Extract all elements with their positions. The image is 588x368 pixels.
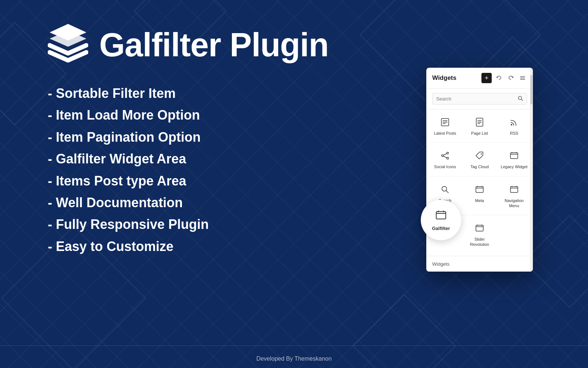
meta-label: Meta: [475, 198, 484, 203]
svg-point-17: [447, 158, 449, 159]
feature-item-8: - Easy to Customize: [48, 236, 404, 257]
social-icons-label: Social Icons: [434, 164, 456, 169]
rss-icon: [509, 117, 519, 128]
social-icons-icon: [440, 151, 450, 162]
tag-cloud-icon: [475, 151, 484, 162]
widgets-grid-row2: Social Icons Tag Cloud: [426, 143, 533, 176]
svg-point-18: [442, 155, 444, 157]
widget-meta[interactable]: Meta: [462, 180, 497, 212]
nav-menu-icon: [509, 185, 519, 196]
feature-item-6: - Well Documentation: [48, 192, 404, 213]
features-list: - Sortable Filter Item - Item Load More …: [48, 75, 404, 257]
page-title: Galfilter Plugin: [99, 28, 329, 61]
svg-rect-37: [476, 225, 483, 231]
logo-icon: [48, 22, 88, 68]
svg-point-15: [511, 124, 512, 125]
rss-label: RSS: [510, 131, 519, 136]
header-area: Galfilter Plugin: [0, 0, 588, 75]
nav-menu-label: Navigation Menu: [500, 198, 528, 209]
widget-legacy[interactable]: Legacy Widget: [497, 146, 531, 173]
scrollbar[interactable]: [530, 68, 533, 272]
widget-rss[interactable]: RSS: [497, 112, 531, 139]
widget-nav-menu[interactable]: Navigation Menu: [497, 180, 531, 212]
svg-rect-32: [510, 187, 518, 192]
svg-rect-22: [510, 153, 518, 159]
slider-rev-icon: [475, 223, 484, 234]
meta-icon: [475, 185, 484, 196]
widget-social-icons[interactable]: Social Icons: [428, 146, 462, 173]
widget-panel: Widgets +: [426, 68, 533, 272]
svg-line-27: [446, 191, 448, 193]
page-list-icon: [475, 117, 484, 128]
feature-item-7: - Fully Responsive Plugin: [48, 213, 404, 235]
credit-text: Developed By Themeskanon: [256, 355, 331, 362]
widgets-footer: Widgets: [426, 256, 533, 272]
menu-button[interactable]: [518, 74, 527, 82]
page-list-label: Page List: [471, 131, 488, 136]
widgets-header: Widgets +: [426, 68, 533, 89]
tag-cloud-label: Tag Cloud: [470, 164, 489, 169]
widget-panel-wrapper: Widgets +: [426, 68, 540, 272]
add-widget-button[interactable]: +: [481, 73, 492, 83]
footer-divider: [0, 346, 588, 346]
feature-item-1: - Sortable Filter Item: [48, 82, 404, 104]
galfilter-widget-circle[interactable]: Galfilter: [421, 200, 461, 240]
main-content: - Sortable Filter Item - Item Load More …: [0, 75, 588, 346]
feature-item-2: - Item Load More Option: [48, 104, 404, 126]
legacy-widget-icon: [509, 151, 519, 162]
svg-point-21: [481, 153, 482, 155]
feature-item-5: - Items Post type Area: [48, 170, 404, 192]
undo-button[interactable]: [495, 74, 503, 82]
widgets-title: Widgets: [432, 74, 478, 82]
widget-search-icon: [440, 185, 450, 196]
latest-posts-label: Latest Posts: [434, 131, 456, 136]
search-input[interactable]: [436, 96, 518, 102]
search-input-wrap[interactable]: [432, 93, 527, 105]
feature-item-3: - Item Pagination Option: [48, 126, 404, 148]
galfilter-circle-label: Galfilter: [432, 226, 450, 231]
page-footer: Developed By Themeskanon: [0, 350, 588, 368]
main-container: Galfilter Plugin - Sortable Filter Item …: [0, 0, 588, 368]
legacy-widget-label: Legacy Widget: [501, 164, 528, 169]
search-icon[interactable]: [518, 96, 523, 102]
svg-line-6: [521, 99, 523, 101]
search-area: [426, 89, 533, 109]
widget-latest-posts[interactable]: Latest Posts: [428, 112, 462, 139]
svg-line-20: [443, 156, 447, 158]
svg-rect-41: [436, 212, 446, 219]
widgets-grid-row1: Latest Posts Page List: [426, 109, 533, 142]
scrollbar-thumb[interactable]: [530, 75, 533, 105]
widget-tag-cloud[interactable]: Tag Cloud: [462, 146, 497, 173]
svg-point-16: [447, 152, 449, 154]
widget-slider-rev[interactable]: Slider Revolution: [462, 218, 497, 253]
svg-rect-28: [476, 187, 483, 192]
slider-rev-label: Slider Revolution: [465, 237, 494, 247]
widget-page-list[interactable]: Page List: [462, 112, 497, 139]
redo-button[interactable]: [506, 74, 515, 82]
feature-item-4: - Galfilter Widget Area: [48, 148, 404, 170]
widgets-footer-text: Widgets: [432, 261, 449, 267]
galfilter-circle-icon: [435, 209, 447, 224]
svg-line-19: [443, 153, 447, 155]
latest-posts-icon: [440, 117, 450, 128]
